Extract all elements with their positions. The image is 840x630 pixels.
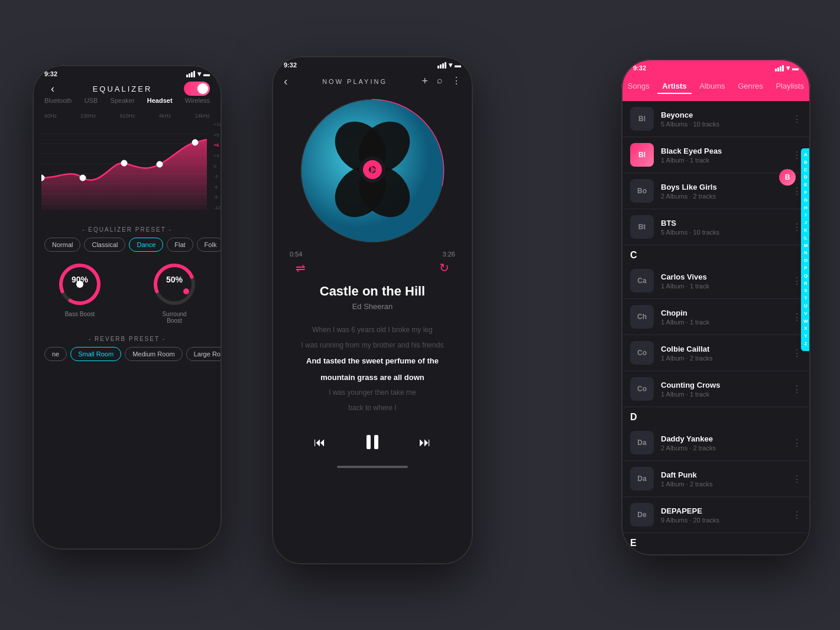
artist-avatar-daddy: Da: [630, 431, 654, 454]
more-bep[interactable]: ⋮: [792, 150, 802, 161]
more-boysgirls[interactable]: ⋮: [792, 186, 802, 197]
artist-row-beyonce[interactable]: Bl Beyonce 5 Albums · 10 tracks ⋮: [621, 101, 810, 137]
svg-point-16: [76, 281, 83, 288]
artist-row-daft[interactable]: Da Daft Punk 1 Album · 2 tracks ⋮: [621, 461, 810, 497]
surround-boost-ring[interactable]: 50%: [151, 261, 198, 308]
repeat-icon[interactable]: ↻: [439, 261, 449, 275]
preset-flat[interactable]: Flat: [167, 238, 193, 252]
svg-point-10: [121, 160, 127, 166]
artist-row-chopin[interactable]: Ch Chopin 1 Album · 1 track ⋮: [621, 299, 810, 335]
preset-folk[interactable]: Folk: [197, 238, 222, 252]
album-art: [301, 100, 443, 242]
artist-info-daft: Daft Punk 1 Album · 2 tracks: [661, 470, 792, 488]
battery-icon-np: ▬: [455, 61, 461, 69]
status-time-np: 9:32: [284, 61, 297, 69]
artist-avatar-depapepe: De: [630, 503, 654, 527]
notch-np: [340, 56, 405, 69]
reverb-none[interactable]: ne: [44, 347, 67, 361]
song-artist: Ed Sheeran: [352, 302, 393, 311]
artist-avatar-bts: Bt: [630, 215, 654, 239]
reverb-chips: ne Small Room Medium Room Large Room (: [33, 347, 222, 361]
more-daft[interactable]: ⋮: [792, 473, 802, 485]
preset-dance[interactable]: Dance: [129, 238, 163, 252]
db-labels: +12 +9 +6 +3 0 -3 -6 -9 -12: [213, 122, 222, 210]
artist-row-bep[interactable]: Bl Black Eyed Peas 1 Album · 1 track ⋮: [621, 137, 810, 173]
more-bts[interactable]: ⋮: [792, 222, 802, 233]
reverb-small[interactable]: Small Room: [70, 347, 121, 361]
more-depapepe[interactable]: ⋮: [792, 509, 802, 521]
artist-info-depapepe: DEPAPEPE 9 Albums · 20 tracks: [661, 506, 792, 524]
search-icon[interactable]: ⌕: [437, 75, 443, 87]
np-content: ‹ NOW PLAYING + ⌕ ⋮: [272, 72, 473, 468]
artist-row-carlos[interactable]: Ca Carlos Vives 1 Album · 1 track ⋮: [621, 263, 810, 299]
skip-forward-button[interactable]: ⏭: [414, 431, 436, 453]
wifi-icon-artists: ▾: [786, 64, 790, 72]
more-chopin[interactable]: ⋮: [792, 311, 802, 323]
surround-boost-knob: 50% SurroundBoost: [151, 261, 198, 324]
album-art-container: [301, 100, 443, 242]
artist-avatar-beyonce: Bl: [630, 107, 654, 131]
more-counting[interactable]: ⋮: [792, 384, 802, 395]
section-c: C: [621, 245, 810, 263]
add-icon[interactable]: +: [421, 75, 428, 87]
more-icon-np[interactable]: ⋮: [452, 75, 461, 87]
skip-back-button[interactable]: ⏮: [309, 431, 330, 453]
np-back-button[interactable]: ‹: [284, 74, 288, 88]
more-beyonce[interactable]: ⋮: [792, 113, 802, 125]
artist-row-bts[interactable]: Bt BTS 5 Albums · 10 tracks ⋮: [621, 209, 810, 245]
artist-row-colbie[interactable]: Co Colbie Caillat 1 Album · 2 tracks ⋮: [621, 335, 810, 371]
status-time-artists: 9:32: [633, 64, 646, 72]
shuffle-icon[interactable]: ⇌: [296, 261, 306, 275]
tab-bluetooth[interactable]: Bluetooth: [44, 97, 72, 104]
artist-row-depapepe[interactable]: De DEPAPEPE 9 Albums · 20 tracks ⋮: [621, 497, 810, 533]
lyric-6: back to where I: [284, 401, 461, 416]
time-elapsed: 0:54: [290, 251, 302, 258]
more-daddy[interactable]: ⋮: [792, 437, 802, 449]
tab-wireless[interactable]: Wireless: [185, 97, 210, 104]
output-tabs: Bluetooth USB Speaker Headset Wireless: [33, 97, 222, 104]
artist-row-daddy[interactable]: Da Daddy Yankee 2 Albums · 2 tracks ⋮: [621, 425, 810, 461]
np-header-title: NOW PLAYING: [322, 78, 387, 85]
tab-artists[interactable]: Artists: [657, 79, 691, 94]
tab-genres[interactable]: Genres: [733, 79, 768, 94]
tab-playlists[interactable]: Playlists: [771, 79, 809, 94]
tab-songs[interactable]: Songs: [623, 79, 654, 94]
svg-rect-35: [367, 435, 371, 449]
eq-graph: 60Hz 230Hz 910Hz 4kHz 14kHz: [33, 113, 222, 219]
more-carlos[interactable]: ⋮: [792, 275, 802, 287]
artist-row-ed[interactable]: Ed Ed Sheeran 12 Albums · 25 Songs ⋮: [621, 551, 810, 556]
alphabet-sidebar: A B C D E F G H I J K L M N O P Q R S T …: [801, 148, 810, 351]
artist-info-bts: BTS 5 Albums · 10 tracks: [661, 219, 792, 236]
bass-boost-ring[interactable]: 90%: [56, 261, 103, 308]
artist-info-carlos: Carlos Vives 1 Album · 1 track: [661, 272, 792, 290]
lyric-1: When I was 6 years old I broke my leg: [284, 323, 461, 338]
back-button-eq[interactable]: ‹: [44, 80, 61, 97]
artist-info-daddy: Daddy Yankee 2 Albums · 2 tracks: [661, 434, 792, 452]
tab-albums[interactable]: Albums: [695, 79, 729, 94]
lyrics-container: When I was 6 years old I broke my leg I …: [284, 323, 461, 415]
artist-row-counting[interactable]: Co Counting Crows 1 Album · 1 track ⋮: [621, 371, 810, 407]
preset-classical[interactable]: Classical: [84, 238, 125, 252]
eq-toggle[interactable]: [184, 82, 210, 96]
preset-normal[interactable]: Normal: [44, 238, 80, 252]
status-icons-np: ▾ ▬: [437, 61, 461, 69]
tab-usb[interactable]: USB: [85, 97, 98, 104]
bass-boost-label: Bass Boost: [65, 311, 95, 317]
pause-button[interactable]: [358, 427, 387, 457]
eq-graph-area: +12 +9 +6 +3 0 -3 -6 -9 -12: [41, 122, 213, 210]
lyric-5: I was younger then take me: [284, 385, 461, 401]
reverb-large[interactable]: Large Room: [186, 347, 222, 361]
tab-speaker[interactable]: Speaker: [111, 97, 135, 104]
artist-avatar-daft: Da: [630, 467, 654, 491]
eq-header: ‹ EQUALIZER: [33, 80, 222, 97]
svg-point-11: [157, 161, 163, 167]
eq-title: EQUALIZER: [61, 85, 184, 93]
more-colbie[interactable]: ⋮: [792, 348, 802, 359]
wifi-icon-np: ▾: [449, 61, 452, 69]
svg-point-9: [80, 175, 86, 181]
tab-headset[interactable]: Headset: [147, 97, 173, 104]
reverb-medium[interactable]: Medium Room: [125, 347, 183, 361]
np-actions: + ⌕ ⋮: [421, 75, 461, 87]
battery-icon-eq: ▬: [203, 70, 210, 77]
floating-letter-b: B: [779, 169, 796, 186]
